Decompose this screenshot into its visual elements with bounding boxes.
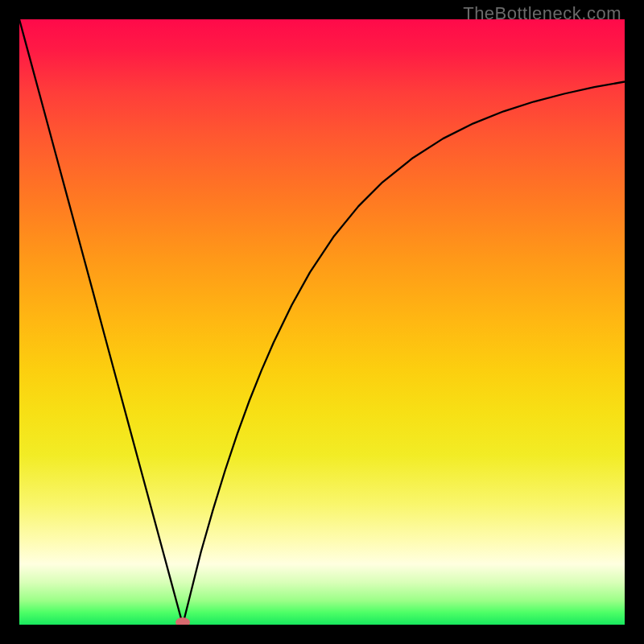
svg-point-0	[175, 617, 190, 625]
chart-frame: TheBottleneck.com	[0, 0, 644, 644]
watermark-text: TheBottleneck.com	[463, 3, 621, 24]
plot-area	[19, 19, 625, 625]
bottleneck-curve	[19, 19, 625, 625]
